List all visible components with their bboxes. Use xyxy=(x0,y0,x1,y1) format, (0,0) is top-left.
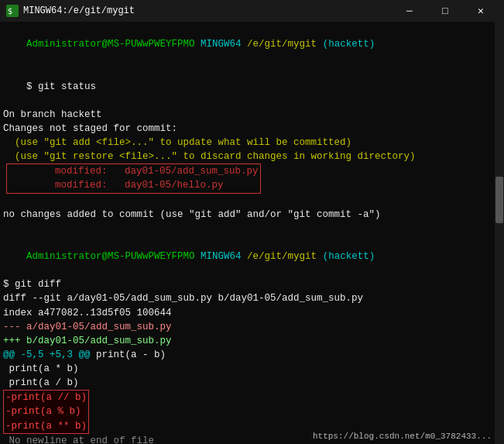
minimize-button[interactable]: ─ xyxy=(393,0,427,22)
watermark: https://blog.csdn.net/m0_3782433... xyxy=(313,432,492,441)
app-icon: $ xyxy=(6,5,19,17)
diff-ctx-div: print(a / b) xyxy=(3,376,501,390)
diff-range-1: @@ -5,5 +5,3 @@ print(a - b) xyxy=(3,348,501,362)
scrollbar[interactable] xyxy=(495,22,504,444)
output-branch: On branch hackett xyxy=(3,108,501,122)
diff-del-box: -print(a // b) -print(a % b) -print(a **… xyxy=(3,390,89,433)
window-controls: ─ □ ✕ xyxy=(393,0,498,22)
output-changes: Changes not staged for commit: xyxy=(3,122,501,136)
output-hint-restore: (use "git restore <file>..." to discard … xyxy=(3,150,501,163)
diff-plus-file-1: +++ b/day01-05/add_sum_sub.py xyxy=(3,334,501,348)
modified-files-box: modified: day01-05/add_sum_sub.py modifi… xyxy=(6,163,261,193)
prompt-line-2: Administrator@MS-PUWwPWEYFPMO MINGW64 /e… xyxy=(3,236,501,277)
cmd-line-git-diff: $ git diff xyxy=(3,277,501,291)
blank-1 xyxy=(3,194,501,208)
diff-header-1: diff --git a/day01-05/add_sum_sub.py b/d… xyxy=(3,291,501,305)
blank-2 xyxy=(3,222,501,236)
diff-index-1: index a477082..13d5f05 100644 xyxy=(3,306,501,320)
titlebar: $ MINGW64:/e/git/mygit ─ □ ✕ xyxy=(0,0,504,22)
output-hint-add: (use "git add <file>..." to update what … xyxy=(3,136,501,150)
scrollbar-thumb[interactable] xyxy=(495,177,503,223)
prompt-line-1: Administrator@MS-PUWwPWEYFPMO MINGW64 /e… xyxy=(3,23,501,65)
close-button[interactable]: ✕ xyxy=(464,0,498,22)
cmd-line-git-status: $ git status xyxy=(3,65,501,107)
window-title: MINGW64:/e/git/mygit xyxy=(23,5,393,16)
diff-minus-file-1: --- a/day01-05/add_sum_sub.py xyxy=(3,320,501,334)
output-no-changes: no changes added to commit (use "git add… xyxy=(3,208,501,222)
diff-ctx-mul: print(a * b) xyxy=(3,362,501,376)
svg-text:$: $ xyxy=(8,7,12,15)
maximize-button[interactable]: □ xyxy=(428,0,462,22)
terminal-window[interactable]: Administrator@MS-PUWwPWEYFPMO MINGW64 /e… xyxy=(0,22,504,444)
